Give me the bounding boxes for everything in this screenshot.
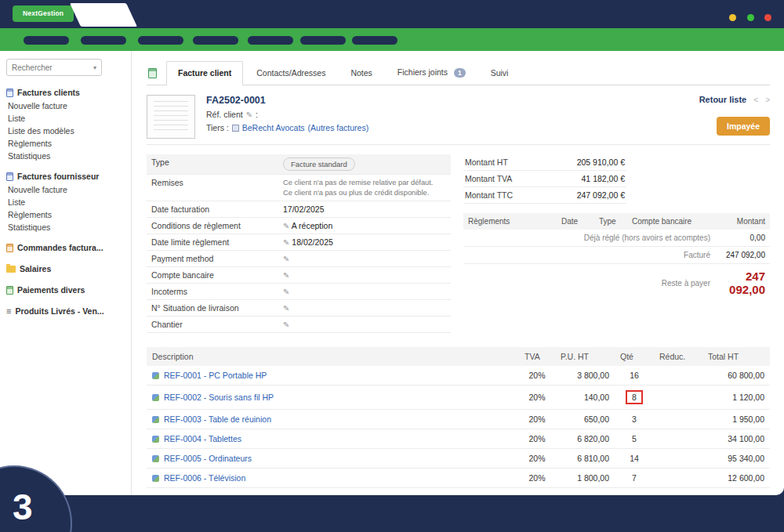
app-window: NextGestion Rechercher ▾ Factures — [0, 0, 784, 532]
payments-header-type: Type — [594, 213, 627, 230]
line-reduc — [654, 449, 702, 469]
product-link[interactable]: REF-0003 - Table de réuinion — [164, 414, 271, 424]
menu-item-redacted[interactable] — [352, 36, 397, 45]
amounts-block: Montant HT 205 910,00 € Montant TVA 41 1… — [463, 154, 626, 204]
menu-item-redacted[interactable] — [300, 36, 346, 45]
close-button[interactable] — [764, 14, 771, 21]
sidebar-item-statistiques-fournisseur[interactable]: Statistiques — [0, 221, 131, 233]
tab-suivi[interactable]: Suivi — [479, 61, 521, 85]
minimize-button[interactable] — [729, 14, 736, 21]
ref-client-separator: : — [256, 110, 258, 119]
field-row-payment-method: Payment method ✎ — [147, 251, 451, 267]
tiers-label: Tiers : — [206, 123, 229, 132]
field-row-situation-livraison: N° Situation de livraison ✎ — [147, 300, 451, 317]
amount-row-tva: Montant TVA 41 182,00 € — [463, 171, 626, 187]
status-badge: Impayée — [717, 117, 770, 136]
lines-header-total: Total HT — [702, 347, 770, 366]
product-icon — [152, 475, 159, 482]
invoice-icon — [6, 89, 13, 97]
remise-note-2: Ce client n'a pas ou plus de crédit disp… — [283, 188, 446, 198]
product-icon — [152, 416, 159, 423]
menu-item-redacted[interactable] — [138, 36, 183, 45]
line-tva: 20% — [519, 469, 555, 488]
field-row-date-facturation: Date facturation 17/02/2025 — [147, 201, 451, 218]
tab-fichiers-joints[interactable]: Fichiers joints 1 — [386, 60, 477, 85]
line-row: REF-0004 - Tablettes 20% 6 820,00 5 34 1… — [147, 429, 770, 449]
edit-icon[interactable]: ✎ — [246, 110, 252, 119]
sidebar-item-reglements-fournisseur[interactable]: Règlements — [0, 208, 131, 221]
line-pu: 650,00 — [555, 410, 615, 429]
tab-bar: Facture client Contacts/Adresses Notes F… — [147, 60, 770, 85]
field-row-compte-bancaire: Compte bancaire ✎ — [147, 267, 451, 284]
tab-contacts-adresses[interactable]: Contacts/Adresses — [245, 61, 337, 85]
back-to-list-label: Retour liste — [699, 95, 747, 104]
sidebar-group-title: Produits Livrés - Ven... — [15, 306, 103, 316]
field-label: Compte bancaire — [147, 267, 278, 284]
menu-item-redacted[interactable] — [81, 36, 126, 45]
product-link[interactable]: REF-0006 - Télévision — [164, 473, 245, 483]
edit-icon[interactable]: ✎ — [283, 304, 289, 313]
sidebar-item-factures-clients[interactable]: Factures clients — [0, 85, 131, 100]
sidebar-item-paiements-divers[interactable]: Paiements divers — [0, 283, 131, 297]
sidebar-item-nouvelle-facture[interactable]: Nouvelle facture — [0, 100, 131, 112]
menu-item-redacted[interactable] — [248, 36, 293, 45]
product-link[interactable]: REF-0005 - Ordinateurs — [164, 454, 252, 463]
thumbnail-content-decoration — [154, 101, 188, 132]
tab-label: Fichiers joints — [397, 67, 448, 77]
sidebar-item-salaires[interactable]: Salaires — [0, 262, 131, 276]
edit-icon[interactable]: ✎ — [283, 271, 289, 280]
chevron-down-icon: ▾ — [93, 64, 96, 71]
remaining-value: 247 092,00 — [715, 264, 770, 301]
line-tva: 20% — [519, 449, 555, 469]
field-label: Remises — [147, 175, 278, 201]
sidebar-item-commandes-facturables[interactable]: Commandes factura... — [0, 241, 131, 255]
sidebar: Rechercher ▾ Factures clients Nouvelle f… — [0, 51, 132, 495]
invoice-preview-thumbnail[interactable] — [147, 95, 195, 139]
sidebar-item-liste-fournisseur[interactable]: Liste — [0, 196, 131, 208]
maximize-button[interactable] — [747, 14, 754, 21]
product-link[interactable]: REF-0004 - Tablettes — [164, 434, 241, 443]
next-record-icon[interactable]: > — [765, 96, 770, 104]
product-link[interactable]: REF-0002 - Souris sans fil HP — [164, 393, 274, 402]
line-tva: 20% — [519, 366, 555, 385]
sidebar-item-produits-livres[interactable]: ≡ Produits Livrés - Ven... — [0, 304, 131, 318]
sidebar-group-factures-clients: Factures clients Nouvelle facture Liste … — [0, 85, 131, 162]
sidebar-item-liste[interactable]: Liste — [0, 112, 131, 125]
sidebar-item-factures-fournisseur[interactable]: Factures fournisseur — [0, 169, 131, 183]
product-link[interactable]: REF-0001 - PC Portable HP — [164, 371, 267, 380]
search-input[interactable]: Rechercher ▾ — [6, 59, 102, 76]
tab-notes[interactable]: Notes — [339, 61, 383, 85]
sidebar-group-title: Factures fournisseur — [17, 172, 99, 181]
edit-icon[interactable]: ✎ — [283, 222, 289, 230]
edit-icon[interactable]: ✎ — [283, 238, 289, 247]
lines-header-reduc: Réduc. — [654, 347, 702, 366]
prev-record-icon[interactable]: < — [753, 96, 758, 104]
lines-header-tva: TVA — [519, 347, 555, 366]
tiers-link[interactable]: BeRecht Avocats — [242, 123, 305, 132]
sidebar-item-statistiques[interactable]: Statistiques — [0, 150, 131, 162]
edit-icon[interactable]: ✎ — [283, 320, 289, 329]
sidebar-item-reglements[interactable]: Règlements — [0, 137, 131, 150]
payments-header-montant: Montant — [715, 213, 770, 230]
line-pu: 6 820,00 — [555, 429, 615, 449]
amount-label: Montant HT — [465, 157, 508, 167]
line-qty: 14 — [615, 449, 654, 469]
lines-header-row: Description TVA P.U. HT Qté Réduc. Total… — [147, 347, 770, 366]
edit-icon[interactable]: ✎ — [283, 255, 289, 263]
menu-item-redacted[interactable] — [24, 36, 69, 45]
totals-column: Montant HT 205 910,00 € Montant TVA 41 1… — [463, 154, 770, 300]
back-to-list[interactable]: Retour liste < > — [699, 95, 770, 104]
content-panel: Rechercher ▾ Factures clients Nouvelle f… — [0, 51, 784, 495]
line-row: REF-0002 - Souris sans fil HP 20% 140,00… — [147, 385, 770, 410]
billed-value: 247 092,00 — [715, 247, 770, 264]
tab-facture-client[interactable]: Facture client — [166, 61, 243, 85]
field-value: 17/02/2025 — [278, 201, 451, 218]
invoice-type-badge: Facture standard — [283, 157, 355, 171]
sidebar-item-nouvelle-facture-fournisseur[interactable]: Nouvelle facture — [0, 183, 131, 196]
edit-icon[interactable]: ✎ — [283, 288, 289, 296]
menu-item-redacted[interactable] — [193, 36, 238, 45]
lines-header-qty: Qté — [615, 347, 654, 366]
field-row-chantier: Chantier ✎ — [147, 317, 451, 333]
sidebar-item-liste-des-modeles[interactable]: Liste des modèles — [0, 125, 131, 137]
tiers-category-link[interactable]: (Autres factures) — [308, 123, 369, 132]
